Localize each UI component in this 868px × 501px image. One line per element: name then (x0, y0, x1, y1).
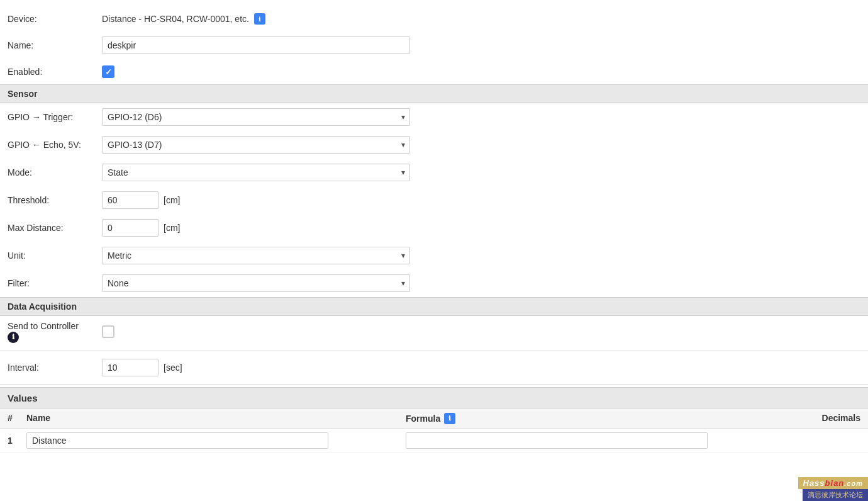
send-to-controller-info-icon[interactable]: ℹ (8, 332, 19, 343)
row-1-formula-cell (406, 432, 785, 449)
values-section-header: Values (0, 387, 868, 408)
max-distance-label: Max Distance: (8, 223, 102, 233)
threshold-label: Threshold: (8, 195, 102, 205)
mode-select-area: State Distance Value (102, 164, 410, 181)
device-row: Device: Distance - HC-SR04, RCW-0001, et… (0, 6, 868, 31)
gpio-trigger-select-area: GPIO-12 (D6) GPIO-13 (D7) (102, 108, 410, 126)
col-formula-label: Formula (406, 414, 440, 424)
watermark-line1: Hassbian.com (798, 477, 869, 489)
watermark-brand: Hassbian (803, 478, 845, 488)
unit-select-area: Metric Imperial (102, 247, 410, 264)
interval-unit: [sec] (164, 363, 182, 373)
gpio-trigger-row: GPIO → Trigger: GPIO-12 (D6) GPIO-13 (D7… (0, 103, 868, 131)
send-to-controller-label-area: Send to Controller ℹ (8, 321, 102, 343)
mode-label: Mode: (8, 167, 102, 177)
device-value-area: Distance - HC-SR04, RCW-0001, etc. ℹ (102, 13, 265, 25)
enabled-checkbox[interactable] (102, 65, 114, 78)
interval-input[interactable] (102, 359, 159, 376)
page-container: Device: Distance - HC-SR04, RCW-0001, et… (0, 0, 868, 501)
interval-row: Interval: [sec] (0, 354, 868, 381)
interval-input-area: [sec] (102, 359, 182, 376)
device-value: Distance - HC-SR04, RCW-0001, etc. (102, 14, 249, 24)
sensor-section-header: Sensor (0, 84, 868, 103)
gpio-trigger-select[interactable]: GPIO-12 (D6) GPIO-13 (D7) (102, 108, 410, 126)
device-label: Device: (8, 14, 102, 24)
col-num-header: # (8, 413, 26, 424)
filter-select-wrapper: None Average Median (102, 274, 410, 292)
send-to-controller-checkbox-area (102, 325, 114, 338)
enabled-row: Enabled: (0, 59, 868, 84)
watermark-sub: 滴思彼岸技术论坛 (803, 489, 868, 501)
name-input[interactable] (102, 37, 410, 54)
watermark: Hassbian.com 滴思彼岸技术论坛 (798, 477, 869, 501)
col-decimals-header: Decimals (785, 413, 860, 424)
data-acquisition-section-header: Data Acquisition (0, 297, 868, 316)
enabled-checkbox-area (102, 65, 114, 78)
row-1-name-cell (26, 432, 406, 449)
send-to-controller-checkbox[interactable] (102, 325, 114, 338)
max-distance-input[interactable] (102, 219, 159, 237)
unit-row: Unit: Metric Imperial (0, 242, 868, 269)
mode-select[interactable]: State Distance Value (102, 164, 410, 181)
filter-select[interactable]: None Average Median (102, 274, 410, 292)
unit-select-wrapper: Metric Imperial (102, 247, 410, 264)
filter-select-area: None Average Median (102, 274, 410, 292)
table-row: 1 (0, 429, 868, 453)
threshold-input[interactable] (102, 191, 159, 209)
table-header: # Name Formula ℹ Decimals (0, 408, 868, 429)
name-row: Name: (0, 31, 868, 59)
enabled-label: Enabled: (8, 67, 102, 77)
row-1-name-input[interactable] (26, 432, 328, 449)
max-distance-input-area: [cm] (102, 219, 180, 237)
divider-2 (0, 384, 868, 385)
threshold-row: Threshold: [cm] (0, 186, 868, 214)
interval-label: Interval: (8, 363, 102, 373)
watermark-dot-com: .com (844, 480, 863, 487)
unit-select[interactable]: Metric Imperial (102, 247, 410, 264)
divider-1 (0, 351, 868, 351)
send-to-controller-label: Send to Controller (8, 321, 102, 331)
name-input-area (102, 37, 410, 54)
mode-row: Mode: State Distance Value (0, 159, 868, 186)
gpio-trigger-select-wrapper: GPIO-12 (D6) GPIO-13 (D7) (102, 108, 410, 126)
max-distance-unit: [cm] (164, 223, 180, 233)
mode-select-wrapper: State Distance Value (102, 164, 410, 181)
gpio-echo-select-wrapper: GPIO-12 (D6) GPIO-13 (D7) (102, 136, 410, 154)
col-name-header: Name (26, 413, 406, 424)
gpio-echo-select[interactable]: GPIO-12 (D6) GPIO-13 (D7) (102, 136, 410, 154)
filter-label: Filter: (8, 278, 102, 288)
gpio-echo-label: GPIO ← Echo, 5V: (8, 140, 102, 150)
row-1-formula-input[interactable] (406, 432, 708, 449)
col-formula-header: Formula ℹ (406, 413, 785, 424)
filter-row: Filter: None Average Median (0, 269, 868, 297)
send-to-controller-row: Send to Controller ℹ (0, 316, 868, 348)
unit-label: Unit: (8, 250, 102, 261)
threshold-unit: [cm] (164, 195, 180, 205)
name-label: Name: (8, 40, 102, 50)
max-distance-row: Max Distance: [cm] (0, 214, 868, 242)
device-info-icon[interactable]: ℹ (254, 13, 265, 25)
gpio-echo-select-area: GPIO-12 (D6) GPIO-13 (D7) (102, 136, 410, 154)
row-1-num: 1 (8, 436, 26, 446)
gpio-echo-row: GPIO ← Echo, 5V: GPIO-12 (D6) GPIO-13 (D… (0, 131, 868, 159)
gpio-trigger-label: GPIO → Trigger: (8, 112, 102, 122)
threshold-input-area: [cm] (102, 191, 180, 209)
send-to-controller-info: ℹ (8, 331, 102, 343)
formula-help-icon[interactable]: ℹ (444, 413, 455, 424)
